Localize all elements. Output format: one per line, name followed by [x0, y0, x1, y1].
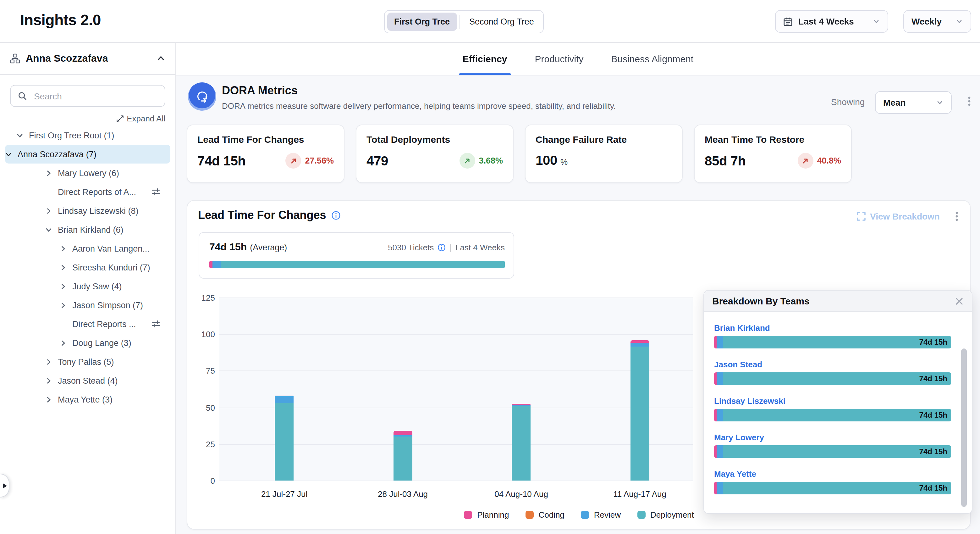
average-period: Last 4 Weeks [455, 243, 505, 252]
expand-all-link[interactable]: Expand All [116, 114, 165, 123]
tree-item-doug-lange-3[interactable]: Doug Lange (3) [0, 333, 170, 352]
breakdown-row-brian-kirkland: Brian Kirkland74d 15h [714, 323, 951, 349]
main-content: DORA Metrics DORA metrics measure softwa… [176, 75, 980, 534]
dora-metrics-icon [188, 82, 216, 111]
legend-swatch [525, 511, 533, 519]
lead-time-kebab-menu-icon[interactable] [952, 211, 961, 222]
tree-item-maya-yette-3[interactable]: Maya Yette (3) [0, 390, 170, 409]
filter-sliders-icon[interactable] [151, 319, 160, 328]
team-bar-segment-review [717, 445, 723, 458]
breakdown-panel-body: Brian Kirkland74d 15hJason Stead74d 15hL… [704, 312, 972, 513]
tab-efficiency[interactable]: Efficiency [461, 43, 509, 75]
filter-sliders-icon[interactable] [151, 187, 160, 196]
search-input[interactable] [33, 90, 158, 102]
tree-item-direct-reports-of-a[interactable]: Direct Reports of A... [0, 182, 170, 201]
chevron-down-icon[interactable] [5, 151, 13, 158]
team-name-link[interactable]: Mary Lowery [714, 433, 951, 442]
y-axis-tick-label: 50 [197, 403, 215, 412]
legend-item-review[interactable]: Review [581, 510, 621, 520]
org-chart-icon [10, 53, 20, 64]
toggle-second-org-tree[interactable]: Second Org Tree [462, 13, 541, 31]
legend-item-deployment[interactable]: Deployment [637, 510, 694, 520]
chevron-right-icon[interactable] [45, 358, 53, 365]
gridline-y-100 [220, 334, 694, 335]
average-suffix: (Average) [250, 243, 287, 252]
chevron-right-icon[interactable] [60, 264, 67, 271]
team-bar-segment-review [717, 336, 723, 349]
average-stacked-bar [209, 261, 505, 268]
metric-card-delta-pct: 40.8% [817, 156, 841, 166]
team-bar-segment-deployment [723, 409, 951, 421]
sidebar: Anna Scozzafava Expand All [0, 43, 176, 534]
tree-item-judy-saw-4[interactable]: Judy Saw (4) [0, 277, 170, 296]
view-breakdown-button[interactable]: View Breakdown [857, 211, 940, 222]
legend-item-planning[interactable]: Planning [464, 510, 509, 520]
metric-card-value: 100 [536, 153, 557, 168]
chevron-right-icon[interactable] [60, 301, 67, 309]
chevron-right-icon[interactable] [45, 207, 53, 214]
chevron-right-icon[interactable] [60, 283, 67, 290]
y-axis-tick-label: 75 [197, 367, 215, 376]
chevron-right-icon[interactable] [60, 245, 67, 252]
team-name-link[interactable]: Maya Yette [714, 469, 951, 479]
showing-dropdown[interactable]: Mean [875, 91, 952, 114]
granularity-dropdown[interactable]: Weekly [903, 10, 971, 33]
team-name-link[interactable]: Jason Stead [714, 360, 951, 369]
chevron-right-icon[interactable] [45, 396, 53, 403]
team-value: 74d 15h [920, 409, 947, 421]
tree-item-direct-reports[interactable]: Direct Reports ... [0, 314, 170, 333]
tab-productivity[interactable]: Productivity [533, 43, 585, 75]
team-stacked-bar[interactable]: 74d 15h [714, 336, 951, 349]
chart-bar-4[interactable] [630, 340, 649, 481]
sidebar-user-header[interactable]: Anna Scozzafava [0, 43, 175, 75]
tree-item-brian-kirkland-6[interactable]: Brian Kirkland (6) [0, 220, 170, 239]
chevron-up-icon[interactable] [156, 54, 165, 63]
tree-item-jason-simpson-7[interactable]: Jason Simpson (7) [0, 296, 170, 314]
tree-item-jason-stead-4[interactable]: Jason Stead (4) [0, 371, 170, 390]
scrollbar-thumb[interactable] [961, 349, 967, 507]
app-title: Insights 2.0 [20, 11, 101, 29]
tree-item-mary-lowery-6[interactable]: Mary Lowery (6) [0, 164, 170, 182]
close-icon[interactable] [955, 296, 964, 305]
team-value: 74d 15h [920, 482, 947, 494]
chevron-right-icon[interactable] [45, 169, 53, 177]
team-name-link[interactable]: Lindsay Liszewski [714, 396, 951, 406]
tree-item-first-org-tree-root-1[interactable]: First Org Tree Root (1) [0, 126, 170, 145]
date-range-dropdown[interactable]: Last 4 Weeks [775, 10, 888, 33]
team-name-link[interactable]: Brian Kirkland [714, 323, 951, 333]
average-summary-card: 74d 15h (Average) 5030 Tickets | Last 4 … [199, 232, 514, 279]
team-stacked-bar[interactable]: 74d 15h [714, 445, 951, 458]
chart-bar-1[interactable] [275, 395, 294, 481]
dora-section-title: DORA Metrics [222, 84, 298, 97]
granularity-value: Weekly [912, 16, 942, 26]
tree-item-tony-pallas-5[interactable]: Tony Pallas (5) [0, 352, 170, 371]
toggle-divider [459, 15, 460, 29]
chevron-down-icon[interactable] [45, 226, 53, 233]
team-stacked-bar[interactable]: 74d 15h [714, 409, 951, 421]
toggle-first-org-tree[interactable]: First Org Tree [387, 13, 457, 31]
dora-kebab-menu-icon[interactable] [965, 96, 974, 106]
team-bar-segment-planning [714, 409, 717, 421]
team-stacked-bar[interactable]: 74d 15h [714, 482, 951, 494]
tree-item-sireesha-kunduri-7[interactable]: Sireesha Kunduri (7) [0, 258, 170, 277]
bar-segment-review [630, 343, 649, 347]
tree-item-lindsay-liszewski-8[interactable]: Lindsay Liszewski (8) [0, 201, 170, 220]
chart-bar-3[interactable] [512, 404, 531, 481]
scrollbar[interactable] [961, 340, 967, 507]
legend-item-coding[interactable]: Coding [525, 510, 564, 520]
tree-item-label: Brian Kirkland (6) [58, 225, 124, 234]
tab-business-alignment[interactable]: Business Alignment [610, 43, 695, 75]
chevron-right-icon[interactable] [45, 377, 53, 384]
chevron-down-icon[interactable] [16, 132, 24, 139]
tree-item-aaron-van-langen[interactable]: Aaron Van Langen... [0, 239, 170, 258]
team-stacked-bar[interactable]: 74d 15h [714, 372, 951, 385]
chart-bar-2[interactable] [393, 431, 412, 481]
legend-label: Review [594, 510, 621, 520]
info-icon[interactable] [438, 244, 446, 252]
breakdown-row-lindsay-liszewski: Lindsay Liszewski74d 15h [714, 396, 951, 421]
info-icon[interactable] [331, 211, 340, 220]
tree-item-anna-scozzafava-7[interactable]: Anna Scozzafava (7) [5, 145, 170, 164]
chevron-right-icon[interactable] [60, 340, 67, 346]
metric-card-delta-pct: 3.68% [479, 156, 503, 166]
team-bar-segment-planning [714, 445, 717, 458]
